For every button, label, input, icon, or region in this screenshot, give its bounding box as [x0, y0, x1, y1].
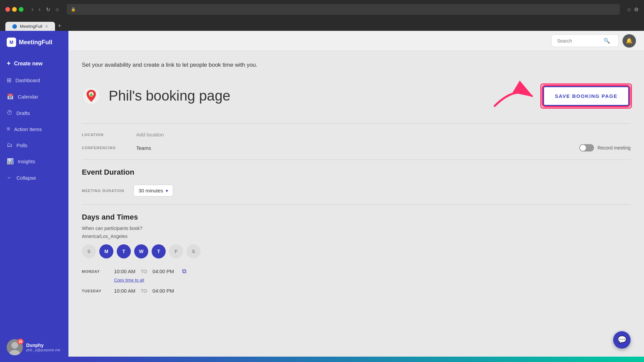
- add-location-link[interactable]: Add location: [136, 132, 164, 137]
- meeting-duration-select[interactable]: 30 minutes ▾: [133, 185, 173, 196]
- new-tab-button[interactable]: +: [58, 22, 61, 31]
- app-container: M MeetingFull + Create new ⊞ Dashboard 📅…: [0, 31, 644, 362]
- create-new-button[interactable]: + Create new: [0, 55, 68, 72]
- record-meeting-label: Record meeting: [597, 145, 631, 150]
- save-section: SAVE BOOKING PAGE: [488, 79, 631, 113]
- copy-time-to-all-link[interactable]: Copy time to all: [114, 278, 631, 283]
- logo-text: MeetingFull: [19, 39, 52, 46]
- chevron-down-icon: ▾: [166, 188, 168, 193]
- sidebar-item-insights[interactable]: 📊 Insights: [0, 153, 68, 170]
- dashboard-icon: ⊞: [7, 77, 11, 84]
- days-row: S M T W T F S: [82, 244, 631, 258]
- sidebar-item-label: Drafts: [16, 110, 30, 116]
- booking-page-header: Phil's booking page SAVE B: [82, 79, 631, 113]
- close-traffic-light[interactable]: [5, 7, 10, 12]
- sidebar-item-label: Collapse: [16, 175, 36, 181]
- location-label: LOCATION: [82, 133, 125, 137]
- day-friday-label: F: [175, 249, 178, 254]
- user-details: Dunphy phil...y@purpone.me: [26, 343, 60, 352]
- search-bar[interactable]: 🔍: [551, 35, 619, 47]
- day-wednesday[interactable]: W: [134, 244, 148, 258]
- address-bar[interactable]: 🔒: [67, 4, 620, 15]
- user-email: phil...y@purpone.me: [26, 348, 60, 352]
- day-monday-label: M: [104, 249, 108, 254]
- bookmark-icon[interactable]: ☆: [627, 6, 631, 13]
- tuesday-label: TUESDAY: [82, 289, 109, 293]
- notification-button[interactable]: 🔔: [623, 34, 636, 48]
- section-divider-2: [82, 160, 631, 160]
- monday-to-label: TO: [141, 269, 147, 274]
- record-meeting-toggle[interactable]: [579, 144, 594, 152]
- drafts-icon: ⏱: [7, 110, 12, 116]
- monday-schedule: MONDAY 10:00 AM TO 04:00 PM ⧉ Copy time …: [82, 268, 631, 283]
- reload-button[interactable]: ↻: [45, 5, 52, 14]
- bottom-gradient-bar: [68, 357, 644, 362]
- toggle-knob: [580, 145, 586, 151]
- search-input[interactable]: [557, 38, 601, 44]
- home-button[interactable]: ⌂: [54, 5, 60, 14]
- duration-row: MEETING DURATION 30 minutes ▾: [82, 185, 631, 196]
- save-button-wrapper: SAVE BOOKING PAGE: [542, 85, 631, 107]
- save-booking-button[interactable]: SAVE BOOKING PAGE: [543, 86, 629, 106]
- browser-actions: ☆ ⚙: [627, 6, 639, 13]
- back-button[interactable]: ‹: [30, 5, 35, 14]
- monday-end-time[interactable]: 04:00 PM: [153, 268, 174, 274]
- chat-button[interactable]: 💬: [613, 331, 631, 349]
- day-thursday[interactable]: T: [152, 244, 166, 258]
- sidebar-logo: M MeetingFull: [0, 31, 68, 55]
- minimize-traffic-light[interactable]: [12, 7, 17, 12]
- conferencing-label: CONFERENCING: [82, 146, 125, 150]
- traffic-lights: [5, 7, 23, 12]
- tab-bar: 🔵 MeetingFull ✕ +: [0, 19, 644, 31]
- logo-icon: M: [7, 38, 16, 47]
- sidebar-item-action-items[interactable]: ≡ Action Items: [0, 121, 68, 137]
- sidebar-item-label: Dashboard: [15, 77, 40, 83]
- active-tab[interactable]: 🔵 MeetingFull ✕: [5, 22, 55, 31]
- right-panel: 🔍 🔔 Set your availability and create a l…: [68, 31, 644, 362]
- copy-icon[interactable]: ⧉: [182, 268, 186, 275]
- sidebar-item-drafts[interactable]: ⏱ Drafts: [0, 105, 68, 121]
- day-saturday[interactable]: S: [186, 244, 201, 258]
- tuesday-start-time[interactable]: 10:00 AM: [114, 288, 135, 294]
- day-tuesday[interactable]: T: [117, 244, 131, 258]
- tuesday-schedule: TUESDAY 10:00 AM TO 04:00 PM: [82, 288, 631, 294]
- day-friday[interactable]: F: [169, 244, 183, 258]
- day-sunday-label: S: [87, 249, 90, 254]
- day-sunday[interactable]: S: [82, 244, 96, 258]
- extensions-icon[interactable]: ⚙: [634, 6, 639, 13]
- main-content: Set your availability and create a link …: [68, 51, 644, 357]
- action-items-icon: ≡: [7, 126, 10, 132]
- monday-start-time[interactable]: 10:00 AM: [114, 268, 135, 274]
- calendar-icon: 📅: [7, 93, 14, 100]
- day-wednesday-label: W: [139, 249, 143, 254]
- sidebar: M MeetingFull + Create new ⊞ Dashboard 📅…: [0, 31, 68, 362]
- plus-icon: +: [7, 60, 11, 67]
- sidebar-item-calendar[interactable]: 📅 Calendar: [0, 88, 68, 105]
- collapse-icon: ←: [7, 174, 12, 181]
- tab-close-icon[interactable]: ✕: [45, 24, 48, 29]
- sidebar-item-label: Polls: [16, 142, 28, 148]
- tuesday-end-time[interactable]: 04:00 PM: [153, 288, 174, 294]
- sidebar-item-dashboard[interactable]: ⊞ Dashboard: [0, 72, 68, 88]
- section-divider-1: [82, 123, 631, 124]
- maximize-traffic-light[interactable]: [19, 7, 23, 12]
- user-name: Dunphy: [26, 343, 60, 348]
- create-new-label: Create new: [14, 61, 43, 67]
- duration-value: 30 minutes: [139, 188, 163, 193]
- user-info[interactable]: 26 Dunphy phil...y@purpone.me: [7, 339, 62, 355]
- sidebar-item-polls[interactable]: 🗂 Polls: [0, 137, 68, 153]
- sidebar-bottom: 26 Dunphy phil...y@purpone.me: [0, 333, 68, 362]
- sidebar-item-collapse[interactable]: ← Collapse: [0, 170, 68, 186]
- booking-title: Phil's booking page: [109, 88, 230, 104]
- app-header: 🔍 🔔: [68, 31, 644, 51]
- tuesday-time-row: TUESDAY 10:00 AM TO 04:00 PM: [82, 288, 631, 294]
- monday-time-row: MONDAY 10:00 AM TO 04:00 PM ⧉: [82, 268, 631, 275]
- location-row: LOCATION Add location: [82, 132, 631, 137]
- chat-icon: 💬: [618, 336, 627, 344]
- forward-button[interactable]: ›: [37, 5, 42, 14]
- user-avatar-wrapper: 26: [7, 339, 23, 355]
- day-monday[interactable]: M: [99, 244, 113, 258]
- tuesday-to-label: TO: [141, 288, 147, 294]
- curved-arrow: [488, 79, 542, 113]
- monday-label: MONDAY: [82, 269, 109, 274]
